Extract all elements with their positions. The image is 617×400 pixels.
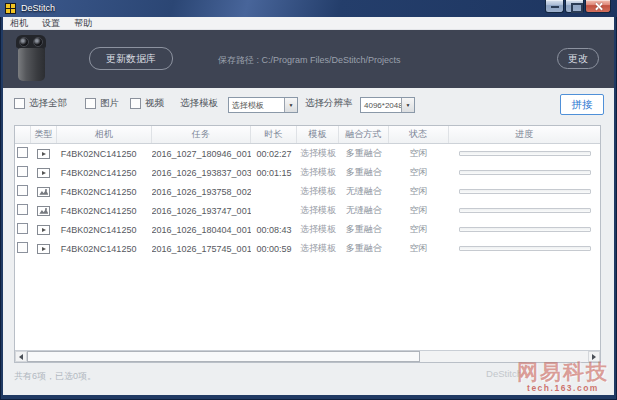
- progress-bar: [459, 189, 591, 194]
- window-title: DeStitch: [21, 3, 55, 13]
- resolution-select-label: 选择分辨率: [305, 97, 353, 110]
- fusion-cell: 多重融合: [339, 166, 389, 179]
- table-body: F4BK02NC141250 2016_1027_180946_001 00:0…: [15, 144, 600, 350]
- select-all-checkbox-group[interactable]: 选择全部: [14, 97, 67, 110]
- header-status[interactable]: 状态: [389, 126, 449, 143]
- scrollbar-thumb[interactable]: [27, 351, 420, 362]
- images-checkbox-group[interactable]: 图片: [85, 97, 119, 110]
- template-cell: 选择模板: [297, 185, 339, 198]
- task-table: 类型 相机 任务 时长 模板 融合方式 状态 进度 F4BK02NC141250…: [14, 125, 601, 363]
- horizontal-scrollbar[interactable]: [15, 350, 600, 362]
- progress-bar: [459, 151, 591, 156]
- status-cell: 空闲: [389, 242, 449, 255]
- fusion-cell: 多重融合: [339, 147, 389, 160]
- header-progress[interactable]: 进度: [449, 126, 600, 143]
- table-row[interactable]: F4BK02NC141250 2016_1027_180946_001 00:0…: [15, 144, 600, 163]
- template-cell: 选择模板: [297, 242, 339, 255]
- main-content: 类型 相机 任务 时长 模板 融合方式 状态 进度 F4BK02NC141250…: [3, 122, 614, 395]
- selection-summary: 共有6项，已选0项。: [14, 370, 96, 383]
- row-checkbox[interactable]: [17, 204, 28, 215]
- resolution-dropdown-value: 4096*2048: [361, 101, 401, 110]
- duration-cell: 00:00:59: [251, 244, 297, 254]
- close-button[interactable]: [585, 0, 611, 13]
- template-dropdown[interactable]: 选择模板: [228, 97, 298, 113]
- duration-cell: 00:02:27: [251, 149, 297, 159]
- camera-cell: F4BK02NC141250: [57, 187, 152, 197]
- stitch-button[interactable]: 拼接: [560, 94, 604, 115]
- update-database-button[interactable]: 更新数据库: [89, 47, 173, 70]
- menu-help[interactable]: 帮助: [67, 17, 99, 30]
- menu-bar: 相机 设置 帮助: [3, 17, 614, 30]
- progress-bar: [459, 227, 591, 232]
- progress-bar: [459, 246, 591, 251]
- toolbar: 更新数据库 保存路径 : C:/Program Files/DeStitch/P…: [3, 30, 614, 88]
- videos-label: 视频: [145, 97, 164, 110]
- netease-watermark: 网易科技 tech.163.com: [514, 361, 612, 393]
- header-fusion[interactable]: 融合方式: [339, 126, 389, 143]
- camera-cell: F4BK02NC141250: [57, 244, 152, 254]
- scroll-right-arrow-icon[interactable]: [588, 351, 600, 362]
- window-controls: [544, 0, 611, 13]
- task-cell: 2016_1026_193747_001: [152, 206, 252, 216]
- table-row[interactable]: F4BK02NC141250 2016_1026_193837_003 00:0…: [15, 163, 600, 182]
- row-checkbox[interactable]: [17, 223, 28, 234]
- scroll-left-arrow-icon[interactable]: [15, 351, 27, 362]
- camera-cell: F4BK02NC141250: [57, 206, 152, 216]
- table-row[interactable]: F4BK02NC141250 2016_1026_193758_002 选择模板…: [15, 182, 600, 201]
- task-cell: 2016_1026_175745_001: [152, 244, 252, 254]
- header-camera[interactable]: 相机: [57, 126, 152, 143]
- chevron-down-icon[interactable]: [401, 98, 414, 112]
- header-template[interactable]: 模板: [297, 126, 339, 143]
- save-path-label: 保存路径 : C:/Program Files/DeStitch/Project…: [218, 54, 401, 67]
- row-checkbox[interactable]: [17, 242, 28, 253]
- template-select-label: 选择模板: [180, 97, 218, 110]
- table-row[interactable]: F4BK02NC141250 2016_1026_180404_001 00:0…: [15, 220, 600, 239]
- menu-settings[interactable]: 设置: [35, 17, 67, 30]
- fusion-cell: 多重融合: [339, 223, 389, 236]
- table-row[interactable]: F4BK02NC141250 2016_1026_193747_001 选择模板…: [15, 201, 600, 220]
- table-row[interactable]: F4BK02NC141250 2016_1026_175745_001 00:0…: [15, 239, 600, 258]
- row-checkbox[interactable]: [17, 185, 28, 196]
- watermark-url-text: tech.163.com: [514, 383, 612, 393]
- videos-checkbox[interactable]: [130, 98, 141, 109]
- menu-camera[interactable]: 相机: [3, 17, 35, 30]
- app-window: DeStitch 相机 设置 帮助 更新数据库 保存路径 : C:/Progra…: [0, 0, 617, 400]
- images-checkbox[interactable]: [85, 98, 96, 109]
- title-bar: DeStitch: [0, 0, 617, 17]
- brand-text: DeStitch: [486, 368, 522, 379]
- status-cell: 空闲: [389, 223, 449, 236]
- camera-device-image: [12, 35, 50, 83]
- task-cell: 2016_1027_180946_001: [152, 149, 252, 159]
- template-dropdown-value: 选择模板: [229, 100, 284, 111]
- maximize-button[interactable]: [565, 0, 584, 13]
- progress-bar: [459, 170, 591, 175]
- minimize-button[interactable]: [545, 0, 564, 13]
- header-checkbox-spacer: [15, 126, 31, 143]
- template-cell: 选择模板: [297, 166, 339, 179]
- video-type-icon: [37, 244, 50, 254]
- image-type-icon: [37, 187, 50, 197]
- row-checkbox[interactable]: [17, 147, 28, 158]
- change-path-button[interactable]: 更改: [557, 48, 599, 69]
- resolution-dropdown[interactable]: 4096*2048: [360, 97, 415, 113]
- select-all-checkbox[interactable]: [14, 98, 25, 109]
- duration-cell: 00:01:15: [251, 168, 297, 178]
- task-cell: 2016_1026_193758_002: [152, 187, 252, 197]
- duration-cell: 00:08:43: [251, 225, 297, 235]
- header-task[interactable]: 任务: [152, 126, 252, 143]
- template-cell: 选择模板: [297, 204, 339, 217]
- chevron-down-icon[interactable]: [284, 98, 297, 112]
- camera-cell: F4BK02NC141250: [57, 225, 152, 235]
- table-header-row: 类型 相机 任务 时长 模板 融合方式 状态 进度: [15, 126, 600, 144]
- fusion-cell: 多重融合: [339, 242, 389, 255]
- status-cell: 空闲: [389, 185, 449, 198]
- videos-checkbox-group[interactable]: 视频: [130, 97, 164, 110]
- camera-cell: F4BK02NC141250: [57, 149, 152, 159]
- row-checkbox[interactable]: [17, 166, 28, 177]
- scrollbar-track[interactable]: [27, 351, 588, 362]
- progress-bar: [459, 208, 591, 213]
- template-cell: 选择模板: [297, 223, 339, 236]
- header-duration[interactable]: 时长: [251, 126, 297, 143]
- video-type-icon: [37, 225, 50, 235]
- header-type[interactable]: 类型: [31, 126, 57, 143]
